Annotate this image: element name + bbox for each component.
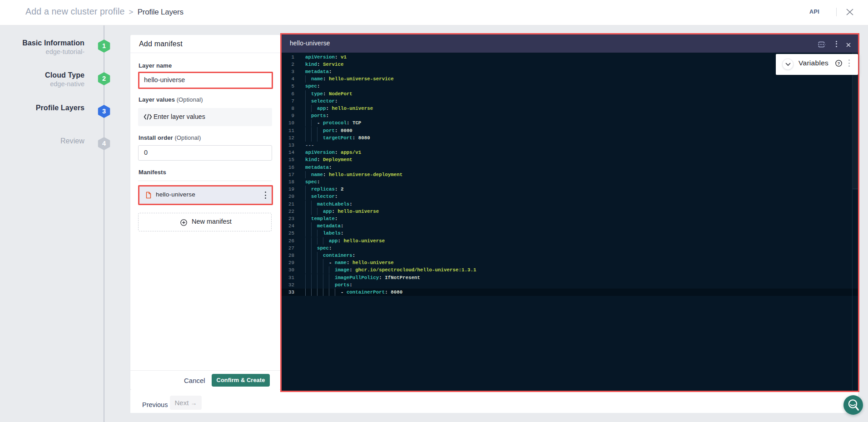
- svg-text:?: ?: [838, 61, 840, 66]
